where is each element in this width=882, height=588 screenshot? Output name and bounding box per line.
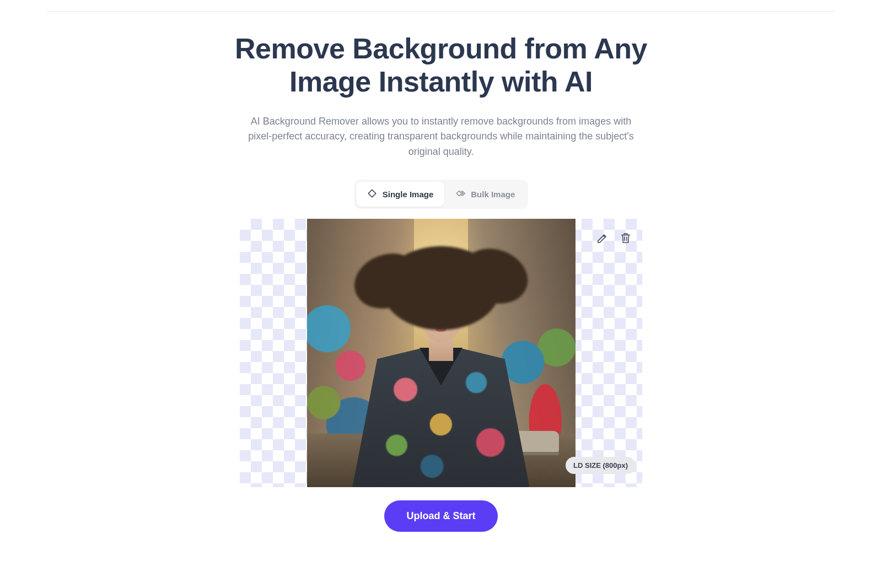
sample-photo [307,219,576,487]
delete-button[interactable] [619,232,632,245]
edit-button[interactable] [596,232,609,245]
tab-bulk-image[interactable]: Bulk Image [444,182,526,207]
tab-label: Bulk Image [471,190,515,199]
diamond-icon [367,188,377,200]
size-badge: LD SIZE (800px) [566,457,636,474]
upload-start-button[interactable]: Upload & Start [384,500,497,532]
transparency-checkerboard [240,219,642,487]
page-subtitle: AI Background Remover allows you to inst… [243,114,639,160]
page-title: Remove Background from Any Image Instant… [232,33,650,99]
image-preview: LD SIZE (800px) [240,219,642,487]
tab-single-image[interactable]: Single Image [356,182,445,207]
stack-icon [455,188,465,200]
trash-icon [620,232,632,246]
tab-label: Single Image [383,190,434,199]
mode-tabs: Single Image Bulk Image [354,180,529,209]
pencil-icon [596,232,609,246]
